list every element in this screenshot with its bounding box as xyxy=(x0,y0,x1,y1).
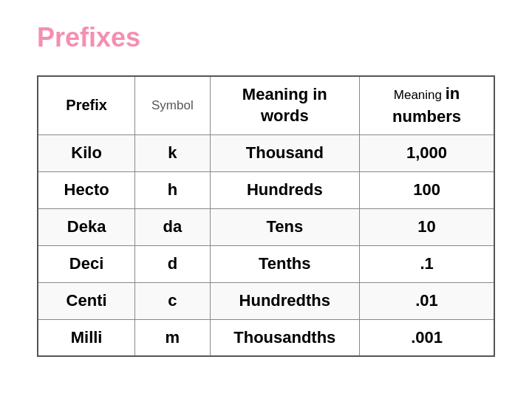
col-header-prefix: Prefix xyxy=(38,76,135,134)
table-row: DekadaTens10 xyxy=(38,208,494,245)
cell-numbers: 10 xyxy=(360,208,494,245)
cell-words: Tens xyxy=(210,208,360,245)
table-row: KilokThousand1,000 xyxy=(38,134,494,171)
table-row: CenticHundredths.01 xyxy=(38,282,494,319)
cell-numbers: 100 xyxy=(360,171,494,208)
prefixes-table: Prefix Symbol Meaning in words Meaning i… xyxy=(37,75,495,357)
cell-words: Tenths xyxy=(210,245,360,282)
cell-words: Thousand xyxy=(210,134,360,171)
cell-numbers: 1,000 xyxy=(360,134,494,171)
cell-symbol: k xyxy=(135,134,210,171)
cell-numbers: .1 xyxy=(360,245,494,282)
cell-symbol: d xyxy=(135,245,210,282)
col-header-symbol: Symbol xyxy=(135,76,210,134)
col-header-words: Meaning in words xyxy=(210,76,360,134)
table-row: DecidTenths.1 xyxy=(38,245,494,282)
table-row: MillimThousandths.001 xyxy=(38,319,494,356)
page-title: Prefixes xyxy=(37,22,495,53)
cell-prefix: Centi xyxy=(38,282,135,319)
cell-symbol: da xyxy=(135,208,210,245)
cell-words: Thousandths xyxy=(210,319,360,356)
cell-prefix: Kilo xyxy=(38,134,135,171)
table-wrapper: Prefix Symbol Meaning in words Meaning i… xyxy=(37,75,495,357)
cell-symbol: h xyxy=(135,171,210,208)
cell-symbol: m xyxy=(135,319,210,356)
cell-prefix: Deka xyxy=(38,208,135,245)
cell-words: Hundreds xyxy=(210,171,360,208)
cell-numbers: .001 xyxy=(360,319,494,356)
cell-prefix: Milli xyxy=(38,319,135,356)
page: Prefixes Prefix Symbol Meaning in words … xyxy=(0,0,532,399)
cell-words: Hundredths xyxy=(210,282,360,319)
cell-prefix: Deci xyxy=(38,245,135,282)
table-body: KilokThousand1,000HectohHundreds100Dekad… xyxy=(38,134,494,356)
table-row: HectohHundreds100 xyxy=(38,171,494,208)
table-header-row: Prefix Symbol Meaning in words Meaning i… xyxy=(38,76,494,134)
cell-numbers: .01 xyxy=(360,282,494,319)
col-header-numbers: Meaning in numbers xyxy=(360,76,494,134)
cell-prefix: Hecto xyxy=(38,171,135,208)
cell-symbol: c xyxy=(135,282,210,319)
